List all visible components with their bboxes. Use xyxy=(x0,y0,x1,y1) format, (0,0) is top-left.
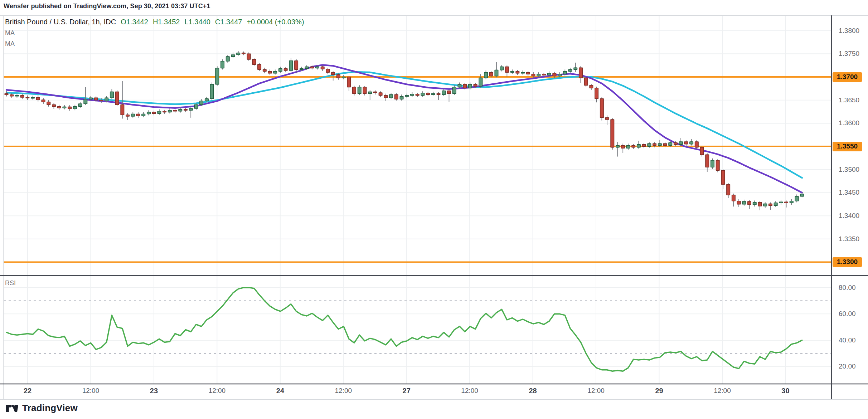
candle-body xyxy=(20,96,24,97)
candle-body xyxy=(100,100,103,101)
tradingview-logo-icon xyxy=(6,404,19,413)
candle-body xyxy=(674,143,677,145)
candle-body xyxy=(363,87,366,94)
candle-body xyxy=(284,69,287,70)
candle-body xyxy=(510,72,514,73)
candle-body xyxy=(711,160,714,167)
candle-body xyxy=(368,92,372,93)
candle-body xyxy=(669,143,672,146)
candle-body xyxy=(626,146,630,148)
candle-body xyxy=(505,67,509,73)
candle-body xyxy=(326,69,329,72)
candle-body xyxy=(447,91,451,94)
candle-body xyxy=(547,73,551,75)
candle-body xyxy=(416,94,419,96)
candle-body xyxy=(463,84,466,88)
candle-body xyxy=(527,72,530,74)
candle-body xyxy=(358,87,361,94)
candle-body xyxy=(147,112,150,114)
candle-body xyxy=(173,110,176,111)
candle-body xyxy=(653,143,656,145)
candle-body xyxy=(131,114,135,116)
candle-body xyxy=(94,98,98,100)
candle-body xyxy=(516,72,519,73)
candle-body xyxy=(579,68,582,78)
candle-body xyxy=(252,59,256,64)
candle-body xyxy=(437,94,440,95)
candle-body xyxy=(242,53,245,54)
candle-body xyxy=(321,67,324,69)
indicator-label-ma-1[interactable]: MA xyxy=(5,29,304,37)
symbol-title[interactable]: British Pound / U.S. Dollar, 1h, IDC xyxy=(5,18,116,26)
candle-body xyxy=(774,203,777,206)
candle-body xyxy=(800,194,804,196)
candle-body xyxy=(157,111,161,113)
candle-body xyxy=(790,201,793,203)
candle-body xyxy=(585,78,588,86)
candle-body xyxy=(769,204,772,205)
time-label-hour: 12:00 xyxy=(461,387,478,395)
candle-body xyxy=(279,69,282,72)
candle-body xyxy=(642,145,645,146)
candle-body xyxy=(126,115,129,116)
candle-body xyxy=(553,73,556,76)
candle-body xyxy=(495,70,498,76)
candle-body xyxy=(300,69,303,70)
rsi-pane-label[interactable]: RSI xyxy=(5,279,16,287)
price-scale-tick: 1.3750 xyxy=(839,50,859,58)
price-level-badge: 1.3700 xyxy=(833,72,862,82)
price-level-badge: 1.3300 xyxy=(833,257,862,267)
rsi-scale-tick: 40.00 xyxy=(839,336,856,344)
candle-body xyxy=(258,64,261,69)
candle-body xyxy=(721,170,724,184)
candle-body xyxy=(47,102,50,105)
ma-line[interactable] xyxy=(6,72,802,178)
chart-canvas[interactable] xyxy=(0,0,868,419)
candle-body xyxy=(247,54,250,59)
ma-line[interactable] xyxy=(6,65,802,193)
candle-body xyxy=(273,72,277,73)
candle-body xyxy=(374,92,377,93)
candle-body xyxy=(563,72,567,74)
price-scale-tick: 1.3800 xyxy=(839,27,859,35)
price-scale-tick: 1.3450 xyxy=(839,189,859,196)
rsi-line[interactable] xyxy=(6,288,802,371)
time-label-hour: 12:00 xyxy=(209,387,226,395)
price-scale-tick: 1.3500 xyxy=(839,166,859,174)
candle-body xyxy=(189,108,193,110)
ohlc-open: O1.3442 xyxy=(121,18,148,26)
candle-body xyxy=(78,104,82,107)
candle-body xyxy=(742,201,746,204)
time-label-hour: 12:00 xyxy=(335,387,352,395)
candle-body xyxy=(748,201,751,205)
candle-body xyxy=(337,75,340,78)
candle-body xyxy=(237,53,240,55)
candle-body xyxy=(58,107,61,108)
candle-body xyxy=(700,147,703,155)
candle-body xyxy=(542,74,545,75)
indicator-label-ma-2[interactable]: MA xyxy=(5,40,304,48)
candle-body xyxy=(695,142,698,147)
candle-body xyxy=(605,118,608,120)
price-level-badge: 1.3550 xyxy=(833,142,862,151)
candle-body xyxy=(727,184,730,195)
candle-body xyxy=(353,87,356,94)
candle-body xyxy=(432,94,435,95)
candle-body xyxy=(484,72,488,78)
time-label-day: 22 xyxy=(24,387,31,395)
candle-body xyxy=(115,92,118,104)
candle-body xyxy=(305,67,308,69)
tradingview-logo-text[interactable]: TradingView xyxy=(22,403,78,414)
candle-body xyxy=(168,110,171,112)
candle-body xyxy=(442,91,445,94)
candle-body xyxy=(310,67,314,68)
candle-body xyxy=(110,92,113,98)
time-label-day: 27 xyxy=(403,387,411,395)
candle-body xyxy=(595,88,598,99)
candle-body xyxy=(26,97,29,98)
candle-body xyxy=(316,67,319,68)
candle-body xyxy=(142,114,145,116)
candle-body xyxy=(558,74,561,76)
candle-body xyxy=(226,57,229,61)
candle-body xyxy=(221,61,224,68)
